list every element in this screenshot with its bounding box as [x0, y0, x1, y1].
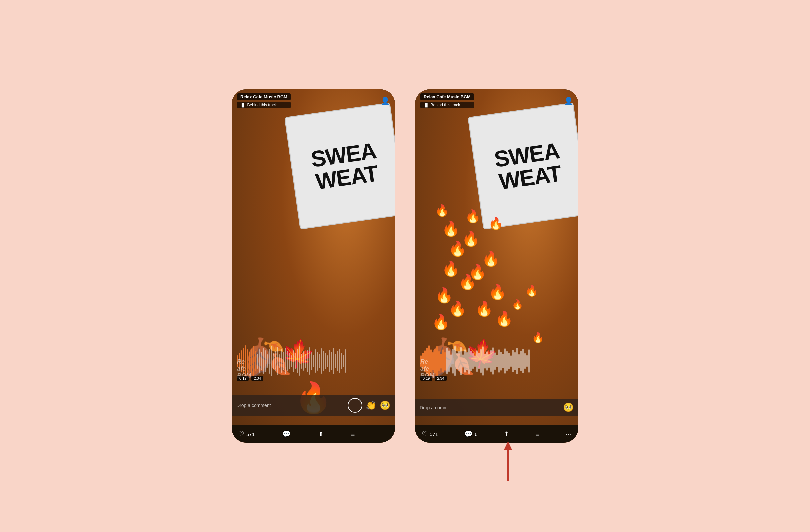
comment-icon: 💬 — [282, 430, 291, 438]
waveform-bar — [520, 351, 522, 371]
share-icon-right: ⬆ — [504, 430, 509, 438]
behind-track-label-right[interactable]: ▐▌ Behind this track — [420, 102, 474, 108]
track-title-right: Relax Cafe Music BGM — [420, 93, 474, 100]
waveform-bar — [518, 354, 520, 368]
waveform-bar — [458, 351, 460, 371]
waveform-bar — [482, 346, 484, 376]
comment-input[interactable]: Drop a comment — [236, 403, 344, 408]
sign-board: SWEA WEAT — [284, 102, 395, 229]
waveform-bar — [271, 346, 272, 376]
clap-emoji[interactable]: 👏 — [366, 400, 376, 411]
current-time-right: 0:19 — [420, 376, 432, 381]
waveform-bar — [508, 353, 510, 369]
playlist-action-right[interactable]: ≡ — [535, 430, 539, 438]
waveform-bar — [490, 350, 492, 372]
waveform-bar — [472, 353, 474, 369]
waveform-bar — [343, 355, 344, 367]
waveform-bar — [464, 349, 466, 373]
waveform-bar — [450, 354, 452, 368]
share-action[interactable]: ⬆ — [318, 430, 323, 438]
top-bar: Relax Cafe Music BGM ▐▌ Behind this trac… — [232, 89, 395, 112]
share-action-right[interactable]: ⬆ — [504, 430, 509, 438]
waveform-bar — [436, 346, 438, 376]
like-count-right: 571 — [430, 431, 438, 437]
waveform-bar — [339, 349, 340, 373]
waveform-bar — [448, 350, 450, 372]
comment-input-right[interactable]: Drop a comm... — [420, 405, 560, 410]
track-title: Relax Cafe Music BGM — [237, 93, 291, 100]
waveform-bar — [456, 353, 458, 369]
more-icon: ··· — [382, 431, 388, 437]
waveform-bar — [281, 349, 282, 373]
waveform-bar — [333, 348, 334, 374]
waveform-bar — [337, 351, 338, 371]
waveform-bar — [526, 355, 528, 367]
waveform-bar — [259, 349, 260, 373]
comment-action-right[interactable]: 💬 6 — [464, 430, 477, 438]
waveform-bar — [325, 353, 326, 369]
waveform-bar — [319, 354, 320, 368]
waveform-bar — [251, 349, 252, 374]
waveform-bar — [496, 355, 498, 367]
waveform-bar — [488, 354, 490, 368]
waveform-bar — [444, 352, 446, 370]
waveform-bar — [255, 351, 256, 371]
waveform-bar — [438, 351, 440, 371]
waveform-bar — [474, 355, 476, 367]
waveform-bar — [502, 354, 504, 368]
waveform-bar — [510, 355, 512, 367]
waveform-bar — [484, 354, 486, 369]
comment-bar: Drop a comment 👏 🥺 — [232, 395, 395, 416]
waveform-bar — [261, 352, 262, 370]
total-time-right: 2:34 — [435, 376, 446, 381]
current-time: 0:12 — [237, 376, 249, 381]
waveform-bar — [291, 355, 292, 367]
waveform-bar — [311, 352, 312, 370]
sad-emoji[interactable]: 🥺 — [380, 400, 390, 411]
waveform-bar — [269, 349, 270, 374]
more-action-right[interactable]: ··· — [566, 431, 572, 437]
waveform-icon: ▐▌ — [240, 103, 246, 107]
waveform-bar — [273, 353, 274, 369]
share-icon: ⬆ — [318, 430, 323, 438]
heart-icon-right: ♡ — [422, 430, 428, 438]
behind-track-label[interactable]: ▐▌ Behind this track — [237, 102, 291, 108]
sad-emoji-right[interactable]: 🥺 — [563, 402, 574, 413]
waveform-bar — [299, 346, 300, 376]
right-video-area: SWEA WEAT 🍂 🍁 Relax Cafe Music BGM ▐▌ Be… — [415, 89, 578, 443]
waveform-bar — [494, 352, 496, 370]
like-action-right[interactable]: ♡ 571 — [422, 430, 438, 438]
more-action[interactable]: ··· — [382, 431, 388, 437]
track-info-right: Relax Cafe Music BGM ▐▌ Behind this trac… — [420, 93, 474, 108]
waveform-bar — [470, 351, 472, 371]
more-icon-right: ··· — [566, 431, 572, 437]
waveform-bar — [486, 351, 488, 371]
waveform-bar — [303, 351, 304, 371]
waveform-bar — [305, 354, 306, 368]
waveform-bar — [345, 349, 346, 373]
waveform-bar — [275, 351, 276, 371]
follow-button[interactable]: 👤 — [381, 97, 390, 105]
like-action[interactable]: ♡ 571 — [238, 430, 255, 438]
waveform-bar — [307, 350, 308, 372]
comment-action[interactable]: 💬 — [282, 430, 291, 438]
comment-bar-right: Drop a comm... 🥺 — [415, 399, 578, 416]
waveform-bar — [335, 354, 336, 368]
playlist-icon-right: ≡ — [535, 430, 539, 438]
waveform-icon-right: ▐▌ — [424, 103, 429, 107]
arrow-svg — [501, 441, 515, 481]
waveform-bar — [289, 353, 290, 369]
top-bar-right: Relax Cafe Music BGM ▐▌ Behind this trac… — [415, 89, 578, 112]
waveform-bar — [506, 351, 508, 371]
right-phone: SWEA WEAT 🍂 🍁 Relax Cafe Music BGM ▐▌ Be… — [415, 89, 578, 443]
bottom-bar: ♡ 571 💬 ⬆ ≡ ··· — [232, 425, 395, 443]
follow-button-right[interactable]: 👤 — [564, 97, 573, 105]
waveform-bar — [279, 354, 280, 368]
waveform-bar — [267, 354, 268, 368]
waveform-bar — [452, 349, 454, 374]
sign-board-right: SWEA WEAT — [468, 102, 578, 229]
waveform-bar — [524, 353, 526, 369]
playlist-action[interactable]: ≡ — [351, 430, 355, 438]
left-phone: SWEA WEAT 🍂 🍁 Relax Cafe Music BGM ▐▌ Be… — [232, 89, 395, 443]
comment-circle-avatar — [348, 398, 362, 413]
